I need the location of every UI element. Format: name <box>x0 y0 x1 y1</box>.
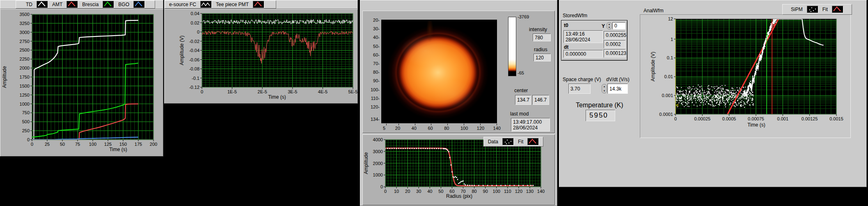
y-tick-label: -0.08 <box>189 66 199 71</box>
intensity-colorbar[interactable] <box>508 17 516 76</box>
legend-glyph-caret-icon[interactable] <box>253 1 264 8</box>
y-axis-title: Amplitude <box>2 66 7 88</box>
axis-tick <box>447 124 448 125</box>
legend-label-amt: AMT <box>52 2 62 7</box>
x-tick-label: 20 <box>405 189 410 194</box>
y-tick-label: 2000 <box>20 66 30 70</box>
radius-label: radius <box>534 47 547 52</box>
legend-multi-chart[interactable]: TDAMTBresciaBGO <box>16 0 155 9</box>
y-tick-label: 0.1 <box>667 55 673 60</box>
cursor-marker[interactable]: x <box>772 22 775 28</box>
y-tick-label: 2500 <box>20 48 30 52</box>
analysis-panel: StoredWfm t0 Y ▲▼ 0 13:49:1628/06/2024 d… <box>559 0 867 187</box>
image-axis-label: 120 <box>477 126 484 131</box>
image-axis-label: 30- <box>367 26 380 31</box>
y-tick-label: 0.01 <box>664 74 673 79</box>
axis-tick <box>480 124 481 125</box>
image-axis-label: 40 <box>412 126 417 131</box>
image-axis-label: 20- <box>367 18 380 23</box>
y-tick-label: 250 <box>22 128 30 133</box>
y-index-label: Y <box>602 23 605 29</box>
image-axis-label: 50- <box>367 44 380 49</box>
x-tick-label: 150 <box>119 142 127 147</box>
x-tick-label: 100 <box>89 142 96 147</box>
legend-glyph-caret-icon[interactable] <box>37 1 48 8</box>
image-axis-label: 120- <box>367 104 380 109</box>
image-axis-label: 90- <box>367 78 380 83</box>
storedwfm-title: StoredWfm <box>563 13 587 18</box>
y-axis-title: Amplitude <box>363 152 369 174</box>
space-charge-field: 3.70 <box>568 84 591 94</box>
x-tick-label: 25 <box>45 142 50 147</box>
legend-label-sipm: SiPM <box>791 7 803 12</box>
axis-tick <box>431 124 431 125</box>
radius-field: 120 <box>534 54 551 61</box>
fc-pmt-chart[interactable]: 01E-52E-53E-54E-55E-50.040.020-0.02-0.04… <box>165 9 357 103</box>
beam-intensity-image[interactable] <box>381 20 497 123</box>
legend-label-td: TD <box>26 2 32 7</box>
y-tick-label: 2750 <box>20 39 30 44</box>
x-tick-label: 30 <box>416 189 421 194</box>
x-tick-label: 140 <box>537 189 545 194</box>
axis-tick <box>497 124 497 125</box>
multi-chart-panel: 0255075100125150175200025050075010001250… <box>0 9 163 156</box>
legend-analwfm[interactable]: SiPMFit <box>782 4 852 15</box>
y-tick-label: 500 <box>22 119 30 124</box>
legend-label-data: Data <box>488 139 498 145</box>
image-axis-label: 60 <box>428 126 433 131</box>
x-tick-label: 50 <box>60 142 65 147</box>
image-axis-label: 134- <box>367 117 380 122</box>
y-tick-label: 1250 <box>20 93 30 97</box>
axis-tick <box>415 124 415 125</box>
x-tick-label: 130 <box>526 189 534 194</box>
legend-glyph-dots-icon[interactable] <box>502 138 514 145</box>
y-tick-label: -0.04 <box>189 48 199 53</box>
last-mod-label: last mod <box>510 111 529 117</box>
x-axis-title: Time (s) <box>268 94 286 100</box>
y-index-field[interactable]: 0 <box>612 22 625 29</box>
colorbar-min-label: -65 <box>518 70 524 75</box>
dvdt-field[interactable]: 14.3k <box>607 84 628 94</box>
t0-label: t0 <box>564 23 568 28</box>
y-tick-label: 1500 <box>20 84 30 88</box>
cursor-marker[interactable]: < <box>676 102 679 108</box>
x-tick-label: 2E-5 <box>258 89 267 94</box>
legend-glyph-caret-icon[interactable] <box>527 138 539 145</box>
y-tick-label: 1000 <box>373 172 383 177</box>
legend-label-fit: Fit <box>822 7 828 12</box>
legend-radial[interactable]: DataFit <box>483 137 543 147</box>
legend-glyph-zigzag-icon[interactable] <box>200 1 212 8</box>
x-tick-label: 125 <box>104 142 112 147</box>
intensity-field: 780 <box>533 34 551 41</box>
y-axis-title: Amplitude (V) <box>650 52 656 81</box>
analwfm-chart[interactable]: <*x00.000250.00050.000750.0010.001250.00… <box>633 0 867 136</box>
x-tick-label: 3E-5 <box>288 89 297 94</box>
legend-glyph-caret-icon[interactable] <box>103 1 114 8</box>
y-tick-label: 0 <box>197 29 199 34</box>
image-axis-label: 80- <box>367 70 380 75</box>
y-tick-label: -0.02 <box>189 39 199 44</box>
image-axis-label: 40- <box>367 35 380 40</box>
x-tick-label: 10 <box>394 189 399 194</box>
radial-profile-panel: 0102030405060708090100110120130140010002… <box>362 134 555 205</box>
x-tick-label: 90 <box>483 189 488 194</box>
legend-glyph-caret-icon[interactable] <box>66 1 78 8</box>
legend-glyph-dots-icon[interactable] <box>807 6 818 13</box>
x-tick-label: 175 <box>135 142 142 147</box>
multi-channel-chart[interactable]: 0255075100125150175200025050075010001250… <box>0 9 163 156</box>
legend-glyph-caret-icon[interactable] <box>133 1 145 8</box>
x-tick-label: 0.001 <box>777 116 789 121</box>
legend-label-brescia: Brescia <box>82 2 98 7</box>
y-tick-label: 3250 <box>20 21 30 26</box>
y-index-spinner[interactable]: ▲▼ <box>607 22 612 29</box>
image-axis-label: 110- <box>367 96 380 101</box>
x-tick-label: 0.00025 <box>694 116 710 121</box>
y-tick-label: 1000 <box>20 102 30 106</box>
dvdt-spinner[interactable]: ▲▼ <box>602 84 607 93</box>
legend-glyph-caret-icon[interactable] <box>832 6 843 13</box>
t0-field: 13:49:1628/06/2024 <box>563 30 603 43</box>
cursor-marker[interactable]: * <box>767 34 769 40</box>
axis-tick <box>399 124 399 125</box>
legend-fc-pmt[interactable]: e-source FCTee piece PMT <box>165 0 276 9</box>
center-label: center <box>514 88 528 93</box>
